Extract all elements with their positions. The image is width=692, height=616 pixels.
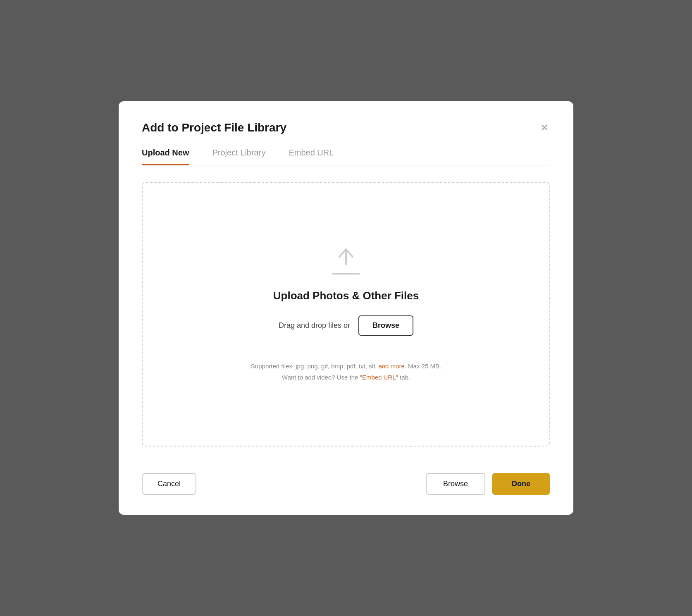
drag-drop-text: Drag and drop files or xyxy=(279,321,350,330)
tab-project-library[interactable]: Project Library xyxy=(212,148,265,165)
close-icon: ✕ xyxy=(540,123,549,133)
embed-url-link[interactable]: "Embed URL" xyxy=(360,374,398,381)
modal-title: Add to Project File Library xyxy=(142,121,286,134)
cancel-button[interactable]: Cancel xyxy=(142,473,196,495)
and-more-link[interactable]: and more. xyxy=(378,363,406,370)
footer-right-buttons: Browse Done xyxy=(426,473,550,495)
upload-icon xyxy=(332,246,360,275)
done-button[interactable]: Done xyxy=(492,473,550,495)
upload-line-icon xyxy=(332,273,360,275)
modal-overlay: Add to Project File Library ✕ Upload New… xyxy=(0,0,692,616)
tab-bar: Upload New Project Library Embed URL xyxy=(142,148,550,165)
drop-action-row: Drag and drop files or Browse xyxy=(279,315,413,336)
tab-embed-url[interactable]: Embed URL xyxy=(289,148,334,165)
modal-footer: Cancel Browse Done xyxy=(142,463,550,495)
upload-arrow-icon xyxy=(334,246,358,271)
tab-upload-new[interactable]: Upload New xyxy=(142,148,189,165)
drop-zone[interactable]: Upload Photos & Other Files Drag and dro… xyxy=(142,182,550,446)
browse-footer-button[interactable]: Browse xyxy=(426,473,485,495)
supported-files-text: Supported files: jpg, png, gif, bmp, pdf… xyxy=(251,361,441,383)
modal-dialog: Add to Project File Library ✕ Upload New… xyxy=(119,101,573,515)
browse-inline-button[interactable]: Browse xyxy=(358,315,413,336)
modal-header: Add to Project File Library ✕ xyxy=(142,121,550,134)
dropzone-title: Upload Photos & Other Files xyxy=(273,289,419,302)
close-button[interactable]: ✕ xyxy=(539,121,550,134)
